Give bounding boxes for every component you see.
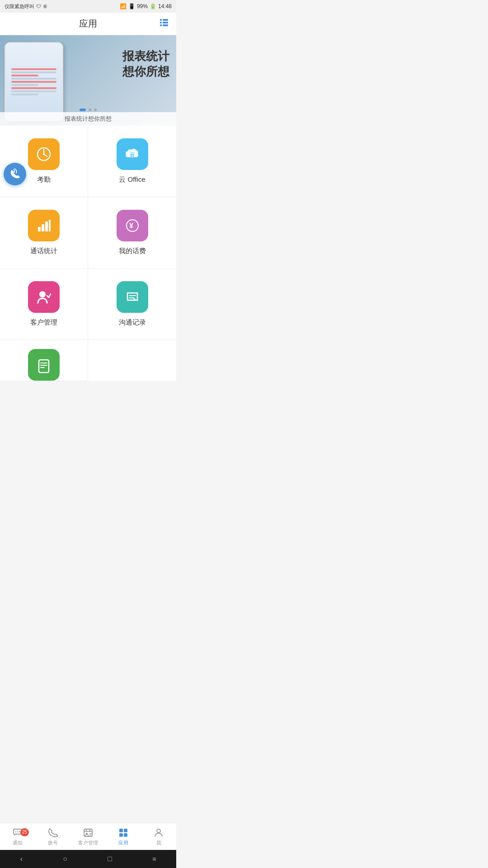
svg-rect-3 [163,22,168,24]
yuebao-icon: ⑥ [43,4,47,9]
status-right: 📶 📱 99% 🔋 14:48 [120,3,172,9]
attendance-icon [28,138,60,170]
shield-icon: 🛡 [36,4,41,9]
dot-3 [94,108,97,111]
float-call-button[interactable] [4,163,26,185]
customer-mgmt-icon [28,281,60,313]
header: 应用 [0,13,176,35]
svg-rect-4 [160,24,162,26]
app-item-comm-record[interactable]: 沟通记录 [88,269,176,340]
svg-text:¥: ¥ [129,222,133,230]
banner-text-block: 报表统计想你所想 [122,49,169,80]
cloud-office-icon: 云 [117,138,148,170]
svg-rect-12 [42,224,44,231]
partial-app-icon [28,349,60,381]
my-bill-label: 我的话费 [119,247,146,255]
svg-rect-20 [39,360,49,373]
svg-point-9 [43,153,45,155]
signal-icon: 📱 [128,3,135,9]
banner[interactable]: 报表统计想你所想 报表统计想你所想 [0,35,176,126]
svg-rect-5 [163,24,168,26]
svg-rect-14 [49,220,51,231]
svg-rect-11 [38,227,41,231]
comm-record-label: 沟通记录 [119,318,146,327]
call-stats-label: 通话统计 [30,247,57,255]
battery-icon: 🔋 [150,3,156,9]
app-item-customer-mgmt[interactable]: 客户管理 [0,269,88,340]
banner-main-text: 报表统计想你所想 [122,49,169,80]
my-bill-icon: ¥ [117,210,148,241]
battery-percent: 99% [137,3,148,9]
banner-dots [80,108,97,111]
app-item-call-stats[interactable]: 通话统计 [0,197,88,269]
status-bar: 仅限紧急呼叫 🛡 ⑥ 📶 📱 99% 🔋 14:48 [0,0,176,13]
app-item-attendance[interactable]: 考勤 [0,126,88,197]
dot-1 [80,108,86,111]
call-stats-icon [28,210,60,241]
svg-rect-1 [163,19,168,21]
app-item-cloud-office[interactable]: 云 云 Office [88,126,176,197]
svg-rect-13 [45,222,48,231]
svg-rect-0 [160,19,162,21]
clock: 14:48 [158,3,172,9]
dot-2 [89,108,91,111]
wifi-icon: 📶 [120,3,127,9]
menu-button[interactable] [159,17,169,31]
app-item-partial[interactable] [0,340,88,381]
svg-rect-2 [160,22,162,24]
page-title: 应用 [79,18,97,30]
attendance-label: 考勤 [37,175,51,184]
comm-record-icon [117,281,148,313]
svg-text:云: 云 [130,152,135,157]
customer-mgmt-label: 客户管理 [30,318,57,327]
svg-point-17 [39,291,46,297]
app-item-my-bill[interactable]: ¥ 我的话费 [88,197,176,269]
emergency-text: 仅限紧急呼叫 [5,3,34,10]
banner-caption: 报表统计想你所想 [0,112,176,126]
banner-phone-mockup [5,42,63,121]
app-grid: 考勤 云 云 Office 通话统计 ¥ [0,126,176,381]
status-left: 仅限紧急呼叫 🛡 ⑥ [5,3,47,10]
cloud-office-label: 云 Office [119,175,145,184]
